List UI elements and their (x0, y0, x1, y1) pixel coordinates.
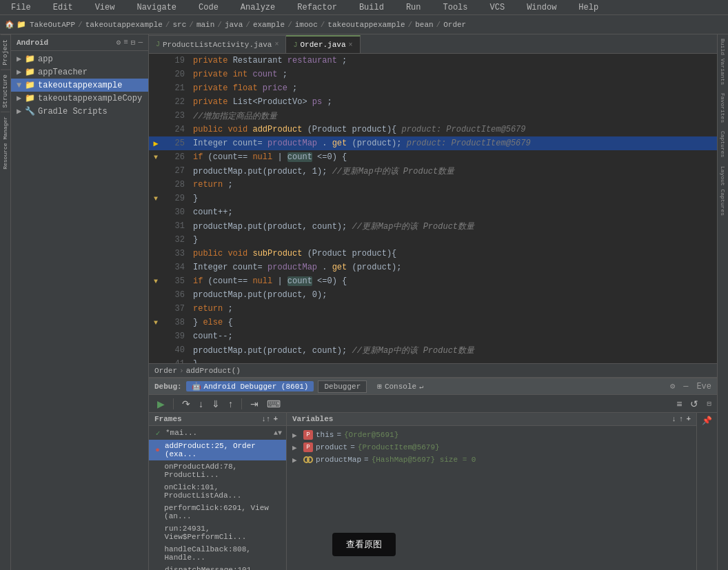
code-line-23: 23 //增加指定商品的数量 (149, 109, 717, 123)
structure-tab[interactable]: Structure (1, 70, 10, 112)
show-execution-btn[interactable]: ≡ (674, 397, 685, 411)
editor-breadcrumb: Order › addProduct() (149, 363, 717, 377)
expand-icon[interactable]: ▶ (292, 431, 302, 440)
frame-item-main[interactable]: ✓ *mai... ▲ ▼ (149, 426, 286, 440)
bc-java[interactable]: java (223, 21, 245, 29)
debug-body: + ↑ ↓ Frames ✓ *mai... ▲ ▼ (149, 413, 717, 570)
force-step-into-btn[interactable]: ⇓ (209, 397, 223, 411)
collapse-icon[interactable]: ≡ (123, 38, 128, 47)
bc-imooc[interactable]: imooc (293, 21, 320, 29)
bc-takeoutappexample2[interactable]: takeoutappexample (325, 21, 407, 29)
evaluate-btn[interactable]: ⌨ (264, 397, 283, 411)
menu-item-build[interactable]: Build (348, 0, 395, 15)
var-item-this[interactable]: ▶ P this = {Order@5691} (287, 429, 696, 441)
frame-item-dispatchmessage[interactable]: dispatchMessage:101, Hand... (149, 564, 286, 570)
frame-item-performclick[interactable]: performClick:6291, View (an... (149, 502, 286, 522)
sync-icon[interactable]: ⚙ (117, 38, 121, 47)
menu-item-navigate[interactable]: Navigate (125, 0, 188, 15)
code-line-31: 31 productMap.put(product, count); //更新M… (149, 219, 717, 233)
project-tree: ▶ 📁 app ▶ 📁 appTeacher ▼ 📁 takeoutappexa… (11, 51, 148, 570)
frame-icon (153, 528, 161, 538)
menu-item-view[interactable]: View (84, 0, 126, 15)
code-line-21: 21 private float price ; (149, 81, 717, 95)
tree-item-takeoutappexample[interactable]: ▼ 📁 takeoutappexample (11, 79, 148, 92)
var-item-productmap[interactable]: ▶ productMap = {HashMap@5697} size = 0 (287, 454, 696, 466)
right-tool-favorites[interactable]: Favorites (718, 89, 727, 127)
var-item-product[interactable]: ▶ P product = {ProductItem@5679} (287, 441, 696, 454)
settings-icon[interactable]: ⊟ (131, 38, 136, 47)
bc-bean[interactable]: bean (413, 21, 435, 29)
step-out-btn[interactable]: ↑ (225, 397, 236, 411)
restore-layout-btn[interactable]: ↺ (687, 397, 701, 411)
resource-manager-tab[interactable]: Resource Manager (1, 112, 10, 174)
expand-icon[interactable]: ▶ (292, 456, 302, 465)
code-line-25: ▶ 25 Integer count= productMap . get (pr… (149, 136, 717, 150)
menu-item-window[interactable]: Window (516, 0, 567, 15)
vars-add-btn[interactable]: + (686, 415, 691, 423)
debug-tab-console[interactable]: ⊞ Console ↵ (371, 380, 429, 393)
close-tab-btn[interactable]: × (274, 41, 279, 48)
tree-item-appteacher[interactable]: ▶ 📁 appTeacher (11, 65, 148, 79)
code-content[interactable]: 19 private Restaurant restaurant ; 20 pr… (149, 54, 717, 363)
editor-area: J ProductListActivity.java × J Order.jav… (149, 34, 717, 570)
bc-example[interactable]: takeoutappexample (83, 21, 165, 29)
tab-productlistactivity[interactable]: J ProductListActivity.java × (149, 35, 286, 53)
expand-icon[interactable]: ▶ (292, 443, 302, 452)
frames-toolbar-up[interactable]: + (273, 415, 278, 423)
debug-tab-debugger[interactable]: Debugger (318, 380, 367, 393)
minimize-icon[interactable]: — (683, 382, 688, 391)
bc-order[interactable]: Order (441, 21, 468, 29)
close-sidebar-icon[interactable]: — (138, 38, 143, 47)
bc-main[interactable]: main (194, 21, 216, 29)
tree-item-takeoutappexamplecopy[interactable]: ▶ 📁 takeoutappexampleCopy (11, 92, 148, 105)
step-over-btn[interactable]: ↷ (179, 397, 193, 411)
tree-item-gradle[interactable]: ▶ 🔧 Gradle Scripts (11, 105, 148, 118)
menu-item-analyze[interactable]: Analyze (230, 0, 286, 15)
menu-item-help[interactable]: Help (567, 0, 609, 15)
view-original-button[interactable]: 查看原图 (332, 533, 396, 556)
debug-session[interactable]: 🤖 Android Debugger (8601) (186, 381, 314, 391)
tab-order[interactable]: J Order.java × (286, 35, 360, 53)
breakpoint-area-35: ▼ (149, 278, 163, 285)
menu-item-code[interactable]: Code (188, 0, 230, 15)
menu-item-vcs[interactable]: VCS (479, 0, 516, 15)
run-to-cursor-btn[interactable]: ⇥ (247, 397, 261, 411)
frame-item-onclick[interactable]: onClick:101, ProductListAda... (149, 481, 286, 502)
frames-toolbar-down[interactable]: ↑ (266, 415, 271, 423)
vars-up-btn[interactable]: ↑ (679, 415, 684, 423)
close-tab-btn[interactable]: × (349, 41, 353, 49)
sidebar-header: Android ⚙ ≡ ⊟ — (11, 34, 148, 51)
breakpoint-area-26: ▼ (149, 154, 163, 161)
bc-takeoutapp[interactable]: TakeOutAPP (28, 21, 77, 29)
right-tool-captures[interactable]: Captures (718, 127, 727, 161)
fold-icon: ▼ (154, 278, 158, 285)
frame-nav-down[interactable]: ▼ (278, 429, 282, 437)
breadcrumb-app[interactable]: 🏠 (3, 20, 17, 29)
project-tab[interactable]: Project (1, 34, 10, 70)
menu-item-edit[interactable]: Edit (42, 0, 84, 15)
frame-item-addproduct[interactable]: ● addProduct:25, Order (exa... (149, 440, 286, 460)
frames-toolbar-reset[interactable]: ↓ (261, 415, 266, 423)
debug-label: Debug: (154, 383, 182, 391)
settings-icon[interactable]: ⚙ (670, 381, 675, 391)
frame-item-handlecallback[interactable]: handleCallback:808, Handle... (149, 543, 286, 564)
pin-btn[interactable]: 📌 (702, 416, 712, 426)
right-tool-build[interactable]: Build Variants (718, 34, 727, 89)
tree-item-app[interactable]: ▶ 📁 app (11, 52, 148, 65)
menu-item-tools[interactable]: Tools (432, 0, 479, 15)
debug-header: Debug: 🤖 Android Debugger (8601) Debugge… (149, 378, 717, 395)
menu-item-file[interactable]: File (0, 0, 42, 15)
var-type-icon: P (303, 442, 313, 452)
bc-src[interactable]: src (170, 21, 188, 29)
right-tool-layout[interactable]: Layout Captures (718, 162, 727, 220)
resume-btn[interactable]: ▶ (154, 397, 168, 411)
menu-item-refactor[interactable]: Refactor (286, 0, 348, 15)
frame-item-onproductadd[interactable]: onProductAdd:78, ProductLi... (149, 460, 286, 481)
step-into-btn[interactable]: ↓ (196, 397, 206, 411)
vars-down-btn[interactable]: ↓ (671, 415, 676, 423)
menu-item-run[interactable]: Run (395, 0, 432, 15)
breakpoint-area-25: ▶ (149, 139, 163, 149)
bc-example2[interactable]: example (251, 21, 287, 29)
code-line-28: 28 return ; (149, 178, 717, 192)
frame-item-run[interactable]: run:24931, View$PerformCli... (149, 522, 286, 543)
